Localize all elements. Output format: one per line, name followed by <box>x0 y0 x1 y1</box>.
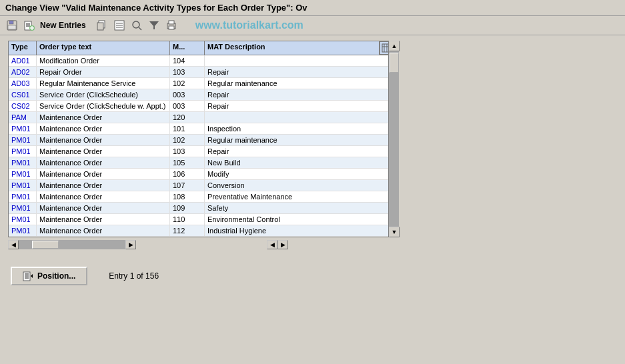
cell-mat: 103 <box>170 67 205 77</box>
horizontal-scrollbar-area: ◀ ▶ ◀ ▶ <box>8 240 620 249</box>
table-row[interactable]: PM01Maintenance Order108Preventative Mai… <box>9 191 394 203</box>
position-button[interactable]: Position... <box>11 267 87 285</box>
cell-mat: 102 <box>170 135 205 145</box>
cell-mat-desc: Repair <box>205 101 394 111</box>
svg-rect-20 <box>169 26 174 29</box>
scroll-track <box>389 51 399 227</box>
cell-mat-desc <box>205 112 394 123</box>
table-row[interactable]: PM01Maintenance Order105New Build <box>9 157 394 169</box>
cell-type: AD02 <box>9 67 37 77</box>
cell-mat: 003 <box>170 101 205 111</box>
table-row[interactable]: PM01Maintenance Order101Inspection <box>9 123 394 135</box>
h-scroll-left-btn[interactable]: ◀ <box>8 240 19 249</box>
svg-marker-17 <box>149 21 159 29</box>
new-entries-icon[interactable] <box>23 19 36 32</box>
toolbar: New Entries www.tutorialkart.co <box>0 16 625 35</box>
cell-type: PM01 <box>9 203 37 213</box>
cell-order-type-text: Maintenance Order <box>37 225 170 236</box>
table-row[interactable]: AD01Modification Order104 <box>9 55 394 67</box>
cell-mat: 110 <box>170 214 205 225</box>
h-scroll-thumb[interactable] <box>32 241 59 249</box>
cell-type: AD03 <box>9 78 37 89</box>
cell-mat-desc <box>205 55 394 66</box>
h-scroll-track <box>19 240 125 249</box>
cell-mat: 120 <box>170 112 205 123</box>
svg-line-16 <box>139 27 141 30</box>
table-row[interactable]: PM01Maintenance Order106Modify <box>9 169 394 180</box>
cell-type: PAM <box>9 112 37 123</box>
cell-mat: 105 <box>170 157 205 168</box>
cell-type: PM01 <box>9 225 37 236</box>
cell-order-type-text: Maintenance Order <box>37 203 170 213</box>
table-row[interactable]: PM01Maintenance Order103Repair <box>9 146 394 157</box>
cell-order-type-text: Maintenance Order <box>37 180 170 191</box>
cell-mat-desc: New Build <box>205 157 394 168</box>
svg-marker-29 <box>31 274 33 278</box>
copy-icon[interactable] <box>95 19 109 32</box>
scroll-down-button[interactable]: ▼ <box>389 227 400 237</box>
table-row[interactable]: PM01Maintenance Order102Regular maintena… <box>9 135 394 146</box>
cell-order-type-text: Regular Maintenance Service <box>37 78 170 89</box>
vertical-scrollbar[interactable]: ▲ ▼ <box>388 41 399 237</box>
print-icon[interactable] <box>165 19 178 32</box>
table-row[interactable]: AD03Regular Maintenance Service102Regula… <box>9 78 394 89</box>
cell-type: CS02 <box>9 101 37 111</box>
table-body: AD01Modification Order104AD02Repair Orde… <box>9 55 394 237</box>
h-scroll-right-area: ◀ ▶ <box>267 240 288 249</box>
cell-order-type-text: Maintenance Order <box>37 123 170 134</box>
detail-icon[interactable] <box>113 19 126 32</box>
filter-icon[interactable] <box>147 19 161 32</box>
table-row[interactable]: PM01Maintenance Order110Environmental Co… <box>9 214 394 225</box>
col-mat-desc: MAT Description <box>205 41 380 55</box>
cell-mat: 107 <box>170 180 205 191</box>
table-row[interactable]: CS01Service Order (ClickSchedule)003Repa… <box>9 89 394 101</box>
cell-mat: 109 <box>170 203 205 213</box>
cell-mat: 003 <box>170 89 205 100</box>
cell-type: CS01 <box>9 89 37 100</box>
cell-order-type-text: Service Order (ClickSchedule w. Appt.) <box>37 101 170 111</box>
new-entries-label[interactable]: New Entries <box>40 21 86 30</box>
cell-order-type-text: Service Order (ClickSchedule) <box>37 89 170 100</box>
search-icon[interactable] <box>130 19 143 32</box>
watermark: www.tutorialkart.com <box>195 19 303 31</box>
cell-mat-desc: Conversion <box>205 180 394 191</box>
cell-mat-desc: Environmental Control <box>205 214 394 225</box>
main-area: Type Order type text M... MAT Descriptio… <box>0 35 625 255</box>
cell-order-type-text: Maintenance Order <box>37 112 170 123</box>
table-row[interactable]: PM01Maintenance Order109Safety <box>9 203 394 214</box>
cell-order-type-text: Maintenance Order <box>37 135 170 145</box>
cell-mat-desc: Regular maintenance <box>205 135 394 145</box>
cell-mat-desc: Industrial Hygiene <box>205 225 394 236</box>
cell-mat: 102 <box>170 78 205 89</box>
table-row[interactable]: PAMMaintenance Order120 <box>9 112 394 123</box>
data-table: Type Order type text M... MAT Descriptio… <box>8 41 395 237</box>
table-wrapper: Type Order type text M... MAT Descriptio… <box>5 41 399 237</box>
position-label: Position... <box>37 271 75 281</box>
scroll-thumb[interactable] <box>390 53 399 73</box>
table-row[interactable]: PM01Maintenance Order107Conversion <box>9 180 394 191</box>
table-row[interactable]: PM01Maintenance Order112Industrial Hygie… <box>9 225 394 237</box>
cell-type: PM01 <box>9 123 37 134</box>
cell-mat: 108 <box>170 191 205 202</box>
cell-mat-desc: Safety <box>205 203 394 213</box>
h-scroll-right-btn[interactable]: ▶ <box>125 240 136 249</box>
cell-order-type-text: Maintenance Order <box>37 214 170 225</box>
scroll-up-button[interactable]: ▲ <box>389 41 400 51</box>
title-bar: Change View "Valid Maintenance Activity … <box>0 0 625 16</box>
h-scroll-right-right-btn[interactable]: ▶ <box>277 240 288 249</box>
cell-mat: 103 <box>170 146 205 157</box>
table-row[interactable]: AD02Repair Order103Repair <box>9 67 394 78</box>
save-icon[interactable] <box>5 19 19 32</box>
cell-mat: 106 <box>170 169 205 179</box>
cell-order-type-text: Maintenance Order <box>37 191 170 202</box>
table-row[interactable]: CS02Service Order (ClickSchedule w. Appt… <box>9 101 394 112</box>
svg-rect-19 <box>169 21 174 24</box>
svg-rect-2 <box>8 25 16 29</box>
h-scroll-right-left-btn[interactable]: ◀ <box>267 240 277 249</box>
cell-order-type-text: Modification Order <box>37 55 170 66</box>
cell-order-type-text: Repair Order <box>37 67 170 77</box>
col-order-type: Order type text <box>37 41 170 55</box>
cell-order-type-text: Maintenance Order <box>37 146 170 157</box>
cell-type: PM01 <box>9 135 37 145</box>
cell-mat: 101 <box>170 123 205 134</box>
